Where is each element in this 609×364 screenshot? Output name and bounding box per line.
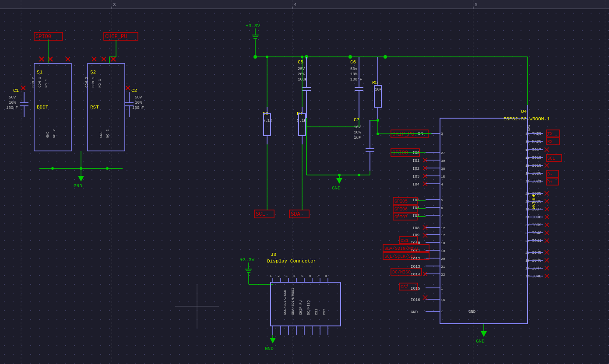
svg-text:11: 11 <box>525 156 530 160</box>
svg-text:CS2: CS2 <box>401 285 408 290</box>
svg-text:C1: C1 <box>13 88 19 93</box>
svg-text:34: 34 <box>525 239 530 243</box>
svg-text:19: 19 <box>441 249 445 253</box>
svg-text:IO0: IO0 <box>412 151 419 155</box>
svg-text:S2: S2 <box>90 70 96 75</box>
svg-text:CHIP_PU: CHIP_PU <box>392 131 414 137</box>
svg-rect-130 <box>264 114 271 136</box>
svg-text:7: 7 <box>441 214 443 218</box>
svg-text:14: 14 <box>525 172 530 175</box>
chip-pu-label-1: CHIP_PU <box>105 34 127 40</box>
schematic-svg: 3 4 5 GPIO0 CHIP_PU S1 BDDT COM 2 COM 1 … <box>0 0 609 364</box>
svg-text:3V3: 3V3 <box>527 125 531 131</box>
svg-text:23: 23 <box>525 179 530 183</box>
svg-text:IO20: IO20 <box>532 172 542 176</box>
svg-text:3: 3 <box>285 274 288 278</box>
svg-text:6: 6 <box>441 206 443 210</box>
svg-text:39: 39 <box>441 159 445 163</box>
svg-text:IO37: IO37 <box>532 207 542 212</box>
svg-text:10%: 10% <box>135 101 142 105</box>
svg-text:NO 2: NO 2 <box>52 130 56 138</box>
svg-text:IO18: IO18 <box>532 156 542 160</box>
gpio0-label-1: GPIO0 <box>35 34 51 40</box>
svg-text:IO2: IO2 <box>412 167 419 171</box>
svg-text:IO40: IO40 <box>532 231 542 235</box>
svg-text:J3: J3 <box>271 252 276 257</box>
svg-text:C2: C2 <box>131 88 137 93</box>
svg-text:DC/MISO: DC/MISO <box>306 300 310 315</box>
svg-text:20%: 20% <box>298 72 305 77</box>
svg-text:+3.3V: +3.3V <box>240 257 254 262</box>
svg-text:D-: D- <box>547 172 553 177</box>
svg-text:CHIP_PU: CHIP_PU <box>299 300 303 315</box>
svg-text:Display Connector: Display Connector <box>267 259 316 264</box>
svg-text:SCL/SCLK/SCK: SCL/SCLK/SCK <box>384 254 416 259</box>
svg-point-123 <box>377 133 379 135</box>
svg-rect-135 <box>299 114 306 136</box>
svg-text:S1: S1 <box>37 70 43 75</box>
svg-text:IO39: IO39 <box>532 223 542 228</box>
svg-text:R5: R5 <box>372 80 378 85</box>
svg-text:8: 8 <box>325 274 327 278</box>
svg-text:24: 24 <box>525 266 530 270</box>
svg-text:IO36: IO36 <box>532 200 542 204</box>
svg-text:+3.3V: +3.3V <box>246 23 260 28</box>
svg-text:5: 5 <box>301 274 303 278</box>
svg-text:NO 1: NO 1 <box>44 79 48 88</box>
svg-text:100nF: 100nF <box>350 77 362 82</box>
svg-text:U4: U4 <box>521 109 527 114</box>
svg-text:IO17: IO17 <box>532 148 542 152</box>
svg-text:100nF: 100nF <box>132 106 144 110</box>
svg-text:EN: EN <box>418 132 423 136</box>
svg-text:GPIO5: GPIO5 <box>394 199 408 204</box>
svg-text:IO14: IO14 <box>411 273 420 277</box>
svg-text:5: 5 <box>475 2 478 7</box>
svg-text:25V: 25V <box>298 67 305 71</box>
svg-text:TX: TX <box>547 132 553 136</box>
svg-text:CS1: CS1 <box>314 308 318 315</box>
svg-text:13: 13 <box>525 164 530 168</box>
svg-text:C7: C7 <box>354 117 359 122</box>
svg-text:IO38: IO38 <box>532 215 542 220</box>
svg-text:SCL/SCLK/SCK: SCL/SCLK/SCK <box>283 290 287 315</box>
svg-text:100nF: 100nF <box>6 106 18 110</box>
svg-text:COM 2: COM 2 <box>84 77 88 88</box>
svg-text:2: 2 <box>278 274 280 278</box>
svg-text:RX: RX <box>547 140 553 144</box>
svg-text:SCL: SCL <box>547 156 555 161</box>
svg-text:15: 15 <box>525 259 530 262</box>
svg-text:4: 4 <box>294 2 297 7</box>
svg-rect-157 <box>440 118 528 324</box>
svg-text:50v: 50v <box>9 95 16 100</box>
svg-text:IO7: IO7 <box>412 214 419 218</box>
svg-text:COM 1: COM 1 <box>38 77 42 88</box>
svg-text:IO3: IO3 <box>412 175 419 179</box>
svg-text:32: 32 <box>525 223 530 227</box>
svg-text:10uF: 10uF <box>298 77 307 82</box>
svg-text:BDDT: BDDT <box>37 105 49 110</box>
svg-text:COM 2: COM 2 <box>31 77 35 88</box>
svg-text:SDA/SDIN/MOSI: SDA/SDIN/MOSI <box>291 288 295 315</box>
svg-text:27: 27 <box>441 151 445 155</box>
svg-point-138 <box>266 56 268 58</box>
svg-text:IO6: IO6 <box>412 206 419 210</box>
svg-text:GND: GND <box>476 339 485 344</box>
svg-marker-377 <box>270 338 276 343</box>
svg-text:4: 4 <box>293 274 296 278</box>
svg-text:26: 26 <box>525 251 530 255</box>
svg-text:TXD0: TXD0 <box>532 132 542 136</box>
svg-text:IO19: IO19 <box>532 164 542 168</box>
svg-text:GND: GND <box>99 131 103 138</box>
svg-text:RXD0: RXD0 <box>532 140 542 144</box>
svg-text:IO45: IO45 <box>532 251 542 255</box>
svg-text:IO46: IO46 <box>532 259 542 263</box>
svg-point-153 <box>338 174 341 176</box>
ruler-top <box>0 0 609 9</box>
svg-text:29: 29 <box>525 200 530 203</box>
svg-point-84 <box>349 55 352 59</box>
svg-text:DC/MISO: DC/MISO <box>392 270 411 275</box>
svg-text:NO 1: NO 1 <box>98 79 102 88</box>
svg-text:C6: C6 <box>350 60 356 65</box>
svg-text:12: 12 <box>441 226 445 230</box>
svg-text:GND: GND <box>265 346 274 351</box>
